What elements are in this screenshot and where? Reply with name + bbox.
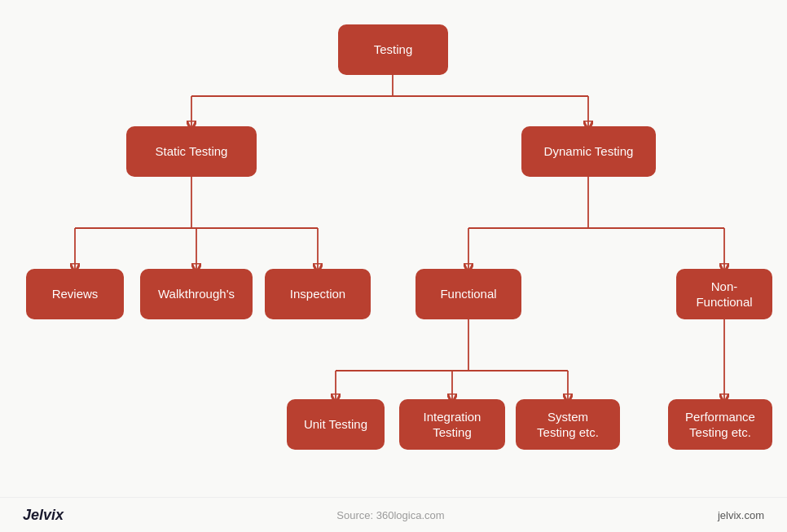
node-inspection: Inspection [265,269,371,319]
node-testing: Testing [338,24,448,75]
footer: Jelvix Source: 360logica.com jelvix.com [0,497,787,532]
node-dynamic: Dynamic Testing [521,126,656,177]
node-walkthrough: Walkthrough's [140,269,253,319]
node-performance: Performance Testing etc. [668,399,772,450]
diagram-area: Testing Static Testing Dynamic Testing R… [0,0,787,497]
node-reviews: Reviews [26,269,124,319]
node-functional: Functional [415,269,521,319]
source-label: Source: 360logica.com [336,509,444,521]
brand-label: Jelvix [23,507,64,524]
node-integration: Integration Testing [399,399,505,450]
node-nonfunctional: Non- Functional [676,269,772,319]
node-static: Static Testing [126,126,257,177]
node-system: System Testing etc. [516,399,620,450]
node-unit: Unit Testing [287,399,385,450]
url-label: jelvix.com [718,509,764,521]
